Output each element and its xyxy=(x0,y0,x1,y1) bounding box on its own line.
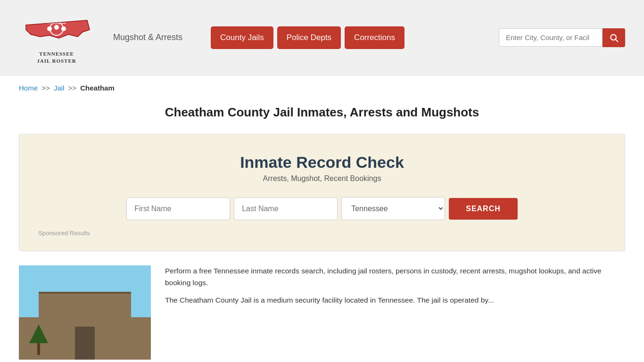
header: TENNESSEE JAIL ROSTER Mugshot & Arrests … xyxy=(0,0,644,75)
record-check-title: Inmate Record Check xyxy=(33,153,611,172)
tree-trunk xyxy=(37,343,40,355)
breadcrumb-sep-1: >> xyxy=(41,84,50,92)
content-paragraph-2: The Cheatham County Jail is a medium sec… xyxy=(165,295,625,306)
first-name-input[interactable] xyxy=(126,197,230,220)
content-image xyxy=(19,265,151,360)
search-icon xyxy=(609,33,619,42)
content-paragraph-1: Perform a free Tennessee inmate records … xyxy=(165,265,625,289)
svg-point-1 xyxy=(54,25,59,30)
mugshot-nav-link[interactable]: Mugshot & Arrests xyxy=(113,33,182,42)
tree-top xyxy=(29,324,48,343)
header-search-input[interactable] xyxy=(499,28,603,47)
county-jails-button[interactable]: County Jails xyxy=(211,26,273,49)
logo-text: TENNESSEE JAIL ROSTER xyxy=(37,50,76,64)
page-title: Cheatham County Jail Inmates, Arrests an… xyxy=(19,105,625,120)
nav-buttons: County Jails Police Depts Corrections xyxy=(211,26,405,49)
record-check-subtitle: Arrests, Mugshot, Recent Bookings xyxy=(33,174,611,183)
breadcrumb: Home >> Jail >> Cheatham xyxy=(0,75,644,100)
tree xyxy=(29,324,48,355)
logo-svg xyxy=(21,11,92,49)
sponsored-label: Sponsored Results xyxy=(33,230,611,237)
police-depts-button[interactable]: Police Depts xyxy=(277,26,341,49)
state-select[interactable]: Tennessee xyxy=(341,197,445,220)
building-illustration xyxy=(19,265,151,360)
breadcrumb-home[interactable]: Home xyxy=(19,84,38,92)
svg-line-6 xyxy=(616,39,618,41)
breadcrumb-jail[interactable]: Jail xyxy=(54,84,65,92)
inmate-search-form: Tennessee SEARCH xyxy=(33,197,611,220)
corrections-button[interactable]: Corrections xyxy=(345,26,405,49)
inmate-search-button[interactable]: SEARCH xyxy=(449,198,518,220)
content-text: Perform a free Tennessee inmate records … xyxy=(165,265,625,312)
breadcrumb-current: Cheatham xyxy=(80,84,115,92)
breadcrumb-sep-2: >> xyxy=(68,84,77,92)
header-search-button[interactable] xyxy=(603,28,625,47)
logo-area: TENNESSEE JAIL ROSTER xyxy=(19,11,94,64)
last-name-input[interactable] xyxy=(234,197,338,220)
header-search-area xyxy=(499,28,625,47)
record-check-box: Inmate Record Check Arrests, Mugshot, Re… xyxy=(19,134,625,251)
content-area: Perform a free Tennessee inmate records … xyxy=(19,265,625,360)
